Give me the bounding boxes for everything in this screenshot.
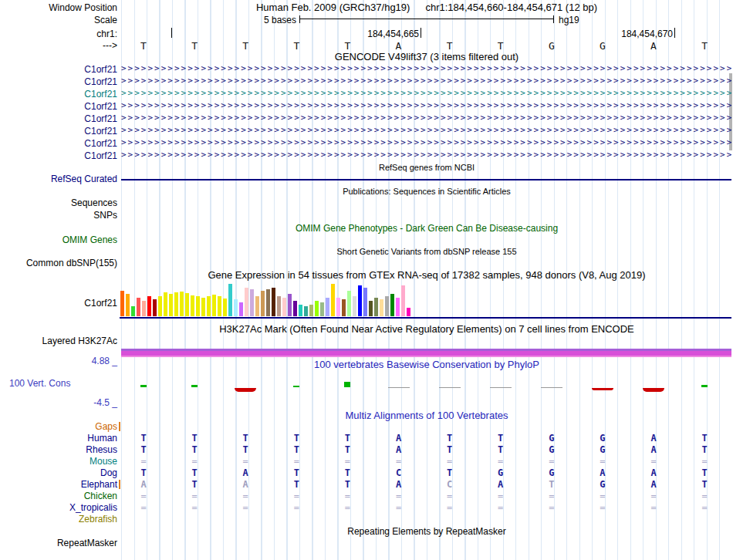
reference-sequence-row[interactable] bbox=[121, 39, 732, 51]
gencode-transcript[interactable]: >>>>>>>>>>>>>>>>>>>>>>>>>>>>>>>>>>>>>>>>… bbox=[121, 137, 731, 149]
gencode-track-title[interactable]: GENCODE V49lift37 (3 items filtered out) bbox=[121, 52, 732, 62]
alignment-base: = bbox=[291, 491, 302, 501]
phylop-negative-bar bbox=[235, 388, 256, 392]
gencode-transcript[interactable]: >>>>>>>>>>>>>>>>>>>>>>>>>>>>>>>>>>>>>>>>… bbox=[121, 112, 731, 124]
repeatmasker-track-title[interactable]: Repeating Elements by RepeatMasker bbox=[121, 526, 732, 537]
gtex-gene-label[interactable]: C1orf21 bbox=[0, 298, 117, 309]
gtex-tissue-bar bbox=[326, 298, 329, 316]
gencode-transcript[interactable]: >>>>>>>>>>>>>>>>>>>>>>>>>>>>>>>>>>>>>>>>… bbox=[121, 100, 731, 112]
snps-track-label[interactable]: SNPs bbox=[0, 210, 117, 221]
alignment-base: = bbox=[189, 491, 200, 501]
gtex-track-title[interactable]: Gene Expression in 54 tissues from GTEx … bbox=[121, 270, 732, 281]
alignment-base: G bbox=[597, 479, 608, 490]
alignment-base: A bbox=[240, 467, 251, 478]
h3k27ac-track-label[interactable]: Layered H3K27Ac bbox=[0, 336, 117, 346]
gencode-transcript[interactable]: >>>>>>>>>>>>>>>>>>>>>>>>>>>>>>>>>>>>>>>>… bbox=[121, 124, 731, 137]
dbsnp-track-title[interactable]: Short Genetic Variants from dbSNP releas… bbox=[121, 246, 732, 257]
refseq-track-title[interactable]: RefSeq genes from NCBI bbox=[121, 162, 732, 173]
alignment-base: T bbox=[699, 479, 710, 490]
species-label-chicken[interactable]: Chicken bbox=[0, 491, 117, 501]
gtex-tissue-bar bbox=[288, 294, 292, 316]
gencode-item-label[interactable]: C1orf21 bbox=[0, 113, 117, 124]
sequences-track-label[interactable]: Sequences bbox=[0, 197, 117, 208]
gtex-tissue-bar bbox=[131, 306, 135, 316]
alignment-base: A bbox=[394, 444, 404, 455]
gencode-item-label[interactable]: C1orf21 bbox=[0, 89, 117, 100]
scale-bar-line bbox=[300, 19, 553, 19]
gtex-tissue-bar bbox=[239, 302, 243, 316]
omim-genes-label[interactable]: OMIM Genes bbox=[0, 234, 117, 245]
species-label-elephant[interactable]: Elephant bbox=[0, 479, 117, 490]
gtex-tissue-bar bbox=[396, 298, 400, 316]
multiz-track-title[interactable]: Multiz Alignments of 100 Vertebrates bbox=[121, 410, 732, 421]
gtex-expression-bars[interactable] bbox=[120, 282, 410, 316]
gencode-item-label[interactable]: C1orf21 bbox=[0, 150, 117, 161]
gencode-transcript[interactable]: >>>>>>>>>>>>>>>>>>>>>>>>>>>>>>>>>>>>>>>>… bbox=[121, 62, 731, 75]
alignment-base: = bbox=[546, 502, 557, 513]
alignment-base: G bbox=[546, 444, 557, 455]
phylop-baseline-segment bbox=[439, 387, 461, 388]
gtex-tissue-bar bbox=[353, 296, 356, 316]
h3k27ac-track-title[interactable]: H3K27Ac Mark (Often Found Near Active Re… bbox=[121, 324, 732, 335]
species-label-human[interactable]: Human bbox=[0, 433, 117, 444]
alignment-base: = bbox=[291, 456, 302, 467]
publications-track-title[interactable]: Publications: Sequences in Scientific Ar… bbox=[121, 186, 732, 197]
alignment-base: T bbox=[138, 433, 149, 444]
species-label-rhesus[interactable]: Rhesus bbox=[0, 444, 117, 455]
strand-arrow-label: ---> bbox=[0, 40, 117, 51]
gtex-tissue-bar bbox=[369, 301, 373, 316]
species-label-gaps[interactable]: Gaps bbox=[0, 421, 117, 432]
gtex-tissue-bar bbox=[234, 299, 238, 316]
gtex-tissue-bar bbox=[407, 308, 410, 316]
alignment-base: G bbox=[597, 433, 608, 444]
gtex-tissue-bar bbox=[245, 288, 248, 316]
phylop-track-title[interactable]: 100 vertebrates Basewise Conservation by… bbox=[121, 359, 732, 370]
gtex-tissue-bar bbox=[342, 299, 346, 316]
refseq-curated-track[interactable] bbox=[121, 179, 731, 180]
species-label-dog[interactable]: Dog bbox=[0, 467, 117, 478]
alignment-base: G bbox=[546, 467, 557, 478]
gtex-tissue-bar bbox=[293, 301, 297, 316]
coord-label-670: 184,454,670 bbox=[121, 29, 673, 39]
phylop-track-label[interactable]: 100 Vert. Cons bbox=[9, 378, 70, 389]
gtex-tissue-bar bbox=[147, 296, 151, 316]
repeatmasker-track-label[interactable]: RepeatMasker bbox=[0, 538, 117, 548]
species-label-mouse[interactable]: Mouse bbox=[0, 456, 117, 467]
alignment-base: T bbox=[138, 444, 149, 455]
alignment-base: = bbox=[342, 456, 353, 467]
alignment-base: = bbox=[291, 502, 302, 513]
alignment-base: T bbox=[342, 479, 353, 490]
gencode-item-label[interactable]: C1orf21 bbox=[0, 101, 117, 112]
gencode-transcript[interactable]: >>>>>>>>>>>>>>>>>>>>>>>>>>>>>>>>>>>>>>>>… bbox=[121, 75, 731, 87]
ruler-tick bbox=[674, 28, 675, 38]
alignment-base: T bbox=[189, 467, 200, 478]
gencode-item-label[interactable]: C1orf21 bbox=[0, 64, 117, 75]
gtex-tissue-bar bbox=[363, 288, 367, 316]
dbsnp-track-label[interactable]: Common dbSNP(155) bbox=[0, 258, 117, 268]
gtex-tissue-bar bbox=[228, 284, 232, 316]
alignment-base: = bbox=[138, 456, 149, 467]
gencode-item-label[interactable]: C1orf21 bbox=[0, 138, 117, 149]
species-label-x_tropicalis[interactable]: X_tropicalis bbox=[0, 502, 117, 513]
h3k27ac-signal-band[interactable] bbox=[121, 349, 731, 357]
scale-value: 5 bases bbox=[121, 15, 296, 25]
phylop-positive-bar bbox=[140, 385, 147, 387]
gencode-item-label[interactable]: C1orf21 bbox=[0, 126, 117, 137]
gencode-item-label[interactable]: C1orf21 bbox=[0, 76, 117, 87]
refseq-curated-label[interactable]: RefSeq Curated bbox=[0, 174, 117, 184]
gtex-tissue-bar bbox=[153, 299, 157, 316]
gencode-transcript[interactable]: >>>>>>>>>>>>>>>>>>>>>>>>>>>>>>>>>>>>>>>>… bbox=[121, 87, 731, 100]
gtex-tissue-bar bbox=[218, 296, 221, 316]
gtex-tissue-bar bbox=[196, 296, 200, 316]
omim-track-title[interactable]: OMIM Gene Phenotypes - Dark Green Can Be… bbox=[121, 223, 732, 234]
alignment-base: = bbox=[495, 456, 506, 467]
insertion-tick bbox=[119, 422, 120, 431]
alignment-base: A bbox=[394, 433, 404, 444]
alignment-base: T bbox=[699, 433, 710, 444]
alignment-base: = bbox=[342, 502, 353, 513]
gencode-transcript[interactable]: >>>>>>>>>>>>>>>>>>>>>>>>>>>>>>>>>>>>>>>>… bbox=[121, 149, 731, 161]
species-label-zebrafish[interactable]: Zebrafish bbox=[0, 514, 117, 525]
insertion-tick bbox=[119, 480, 120, 489]
gtex-tissue-bar bbox=[347, 291, 351, 316]
alignment-base: T bbox=[342, 444, 353, 455]
